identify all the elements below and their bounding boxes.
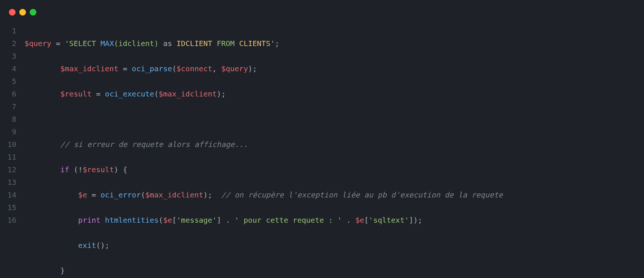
token-sql-column: IDCLIENT (177, 39, 212, 48)
code-content[interactable]: $query = 'SELECT MAX(idclient) as IDCLIE… (24, 24, 503, 278)
line-number: 9 (7, 125, 16, 138)
token-function: htmlentities (105, 216, 159, 225)
token-sql-table: CLIENTS (239, 39, 270, 48)
line-number: 6 (7, 88, 16, 100)
token-variable: $max_idclient (145, 190, 203, 199)
token-string: ' (65, 39, 69, 48)
token-comment: // si erreur de requete alors affichage.… (60, 140, 248, 149)
token-space (212, 39, 217, 48)
token-comma: , (212, 64, 221, 73)
token-operator: = (51, 39, 65, 48)
token-string: ' (270, 39, 275, 48)
line-number: 4 (7, 62, 16, 75)
window-maximize-button[interactable] (30, 9, 36, 16)
token-operator: = (118, 64, 132, 73)
line-number: 16 (7, 214, 16, 226)
token-sql-function: MAX (101, 39, 114, 48)
token-variable: $connect (177, 64, 212, 73)
token-brace: } (60, 266, 65, 275)
token-paren: ( (172, 64, 176, 73)
token-string: 'message' (177, 216, 217, 225)
token-semicolon: ; (221, 89, 226, 98)
code-line: $e = oci_error($max_idclient); // on réc… (24, 189, 503, 201)
token-comment: // on récupère l'exception liée au pb d'… (221, 190, 503, 199)
token-keyword: print (78, 216, 101, 225)
line-number: 11 (7, 151, 16, 163)
code-line: exit(); (24, 239, 503, 252)
token-paren: ( (141, 190, 145, 199)
token-variable: $e (78, 190, 87, 199)
token-variable: $e (355, 216, 364, 225)
token-paren: ( (158, 216, 163, 225)
token-operator: = (92, 89, 105, 98)
token-variable: $result (83, 165, 114, 174)
token-indent (24, 64, 60, 73)
token-operator: = (87, 190, 101, 199)
code-line: } (24, 264, 503, 277)
token-bracket: ] (217, 216, 221, 225)
line-number: 15 (7, 201, 16, 214)
token-function: oci_execute (105, 89, 154, 98)
token-paren: ) (217, 89, 221, 98)
token-paren: ) (114, 165, 123, 174)
token-function: oci_error (101, 190, 141, 199)
token-variable: $result (60, 89, 91, 98)
token-indent (24, 89, 60, 98)
window-titlebar (0, 7, 644, 24)
line-number: 12 (7, 163, 16, 176)
code-area: 1 2 3 4 5 6 7 8 9 10 11 12 13 14 15 16 $… (0, 24, 644, 278)
token-space (101, 216, 105, 225)
window-close-button[interactable] (9, 9, 16, 16)
token-paren: ) (248, 64, 252, 73)
line-number-gutter: 1 2 3 4 5 6 7 8 9 10 11 12 13 14 15 16 (7, 24, 24, 278)
token-indent (24, 266, 60, 275)
line-number: 14 (7, 189, 16, 201)
token-paren: ) (203, 190, 208, 199)
token-sql-as: as (163, 39, 172, 48)
token-string: ' pour cette requete : ' (235, 216, 342, 225)
code-line-blank (24, 113, 503, 125)
code-line: print htmlentities($e['message'] . ' pou… (24, 214, 503, 226)
code-line: $result = oci_execute($max_idclient); (24, 88, 503, 100)
token-paren: ) (413, 216, 418, 225)
token-variable: $query (24, 39, 51, 48)
token-paren: ) (154, 39, 158, 48)
line-number: 3 (7, 50, 16, 62)
token-variable: $max_idclient (60, 64, 118, 73)
token-function: oci_parse (132, 64, 172, 73)
line-number: 2 (7, 37, 16, 50)
token-semicolon: ; (208, 190, 221, 199)
code-line: if (!$result) { (24, 163, 503, 176)
code-line: // si erreur de requete alors affichage.… (24, 138, 503, 151)
token-sql-identifier: idclient (118, 39, 154, 48)
code-line: $query = 'SELECT MAX(idclient) as IDCLIE… (24, 37, 503, 50)
token-brace: { (123, 165, 127, 174)
token-indent (24, 241, 78, 250)
token-variable: $e (163, 216, 172, 225)
window-minimize-button[interactable] (19, 9, 26, 16)
line-number: 10 (7, 138, 16, 151)
code-line: $max_idclient = oci_parse($connect, $que… (24, 62, 503, 75)
token-space (172, 39, 177, 48)
token-operator: ! (78, 165, 83, 174)
token-sql-keyword: SELECT (69, 39, 96, 48)
token-bracket: ] (409, 216, 413, 225)
token-indent (24, 190, 78, 199)
token-semicolon: ; (252, 64, 257, 73)
token-bracket: [ (364, 216, 369, 225)
token-keyword: if (60, 165, 69, 174)
token-string: 'sqltext' (369, 216, 409, 225)
editor-window: 1 2 3 4 5 6 7 8 9 10 11 12 13 14 15 16 $… (0, 0, 644, 278)
token-semicolon: ; (275, 39, 279, 48)
line-number: 1 (7, 24, 16, 37)
token-semicolon: ; (418, 216, 422, 225)
token-variable: $max_idclient (158, 89, 217, 98)
token-paren: () (96, 241, 105, 250)
line-number: 13 (7, 176, 16, 189)
token-semicolon: ; (105, 241, 109, 250)
token-space (235, 39, 239, 48)
line-number: 7 (7, 100, 16, 113)
line-number: 8 (7, 113, 16, 125)
token-operator: . (221, 216, 235, 225)
token-paren: ( (114, 39, 118, 48)
